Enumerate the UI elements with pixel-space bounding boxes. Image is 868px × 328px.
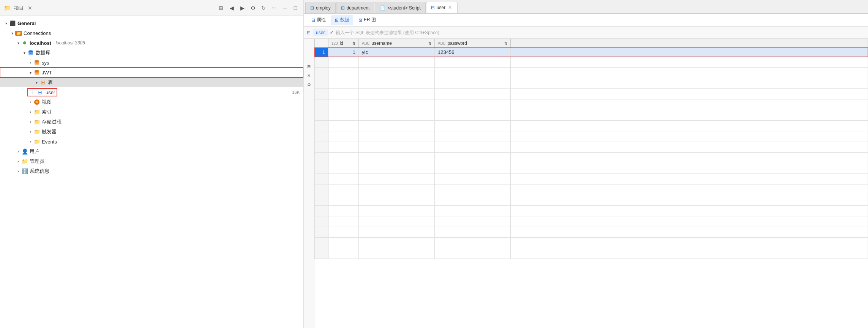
tab-user[interactable]: ⊟ user ✕ (426, 2, 458, 13)
col-type-username: ABC (362, 41, 370, 46)
col-label-id: id (340, 41, 343, 46)
tree-item-user[interactable]: › ⊟ user 16K (0, 87, 303, 97)
arrow-connections: ▾ (9, 30, 15, 36)
tree-item-triggers[interactable]: › 📁 触发器 (0, 127, 303, 137)
close-panel-button[interactable]: ✕ (27, 5, 33, 11)
sub-tab-er[interactable]: ⊠ ER 图 (355, 15, 380, 25)
refresh-icon[interactable]: ↻ (259, 4, 268, 12)
tree-item-general[interactable]: ▾ ⬛ General (0, 18, 303, 28)
tree-item-tables[interactable]: ▾ ⊞ 表 (0, 77, 303, 87)
table-row-empty-14 (315, 184, 868, 195)
forward-icon[interactable]: ▶ (238, 4, 246, 12)
col-header-rownum (315, 39, 328, 48)
sub-tab-er-icon: ⊠ (358, 17, 362, 23)
tree-item-db[interactable]: ▾ 数据库 (0, 48, 303, 58)
filter-input[interactable] (336, 30, 865, 35)
user-table-icon: ⊟ (36, 89, 43, 96)
back-icon[interactable]: ◀ (227, 4, 236, 12)
tab-user-close[interactable]: ✕ (447, 5, 453, 10)
tree-label-triggers: 触发器 (42, 128, 57, 135)
table-row-empty-7 (315, 110, 868, 121)
cell-extra-empty-2 (511, 57, 868, 68)
server-icon (21, 39, 28, 46)
tree-item-indexes[interactable]: › 📁 索引 (0, 107, 303, 117)
cell-id-1[interactable]: 1 (328, 48, 359, 57)
arrow-db: ▾ (21, 50, 27, 56)
arrow-triggers: › (27, 129, 33, 135)
minimize-icon[interactable]: ─ (281, 4, 289, 12)
db-jwt-icon (33, 69, 40, 76)
col-label-password: password (448, 41, 467, 46)
filter-expand-icon[interactable]: ⤢ (330, 30, 333, 35)
toolbar: ⊞ ◀ ▶ ⚙ ↻ ⋯ ─ □ (217, 4, 300, 12)
table-row-empty-3 (315, 68, 868, 78)
tree-item-events[interactable]: › 📁 Events (0, 137, 303, 147)
tree-label-sysinfo: 系统信息 (30, 168, 49, 175)
tree-item-localhost[interactable]: ▾ localhost - localhost:3306 (0, 38, 303, 48)
settings-icon[interactable]: ⚙ (249, 4, 257, 12)
arrow-users: › (15, 148, 21, 155)
table-row-empty-10 (315, 142, 868, 153)
project-icon: 📁 (4, 5, 11, 11)
sub-tab-data-label: 数据 (340, 17, 349, 23)
new-icon[interactable]: ⊞ (217, 4, 225, 12)
tree-label-indexes: 索引 (42, 109, 52, 115)
user-badge: 16K (292, 90, 300, 95)
arrow-general: ▾ (3, 20, 9, 26)
table-row-empty-16 (315, 206, 868, 216)
col-filter-id-icon[interactable]: ⇅ (352, 41, 355, 46)
data-grid: ⊟ ✕ ⚙ 123 id ⇅ (304, 39, 868, 328)
sub-tab-properties[interactable]: ⊟ 属性 (308, 15, 330, 25)
tab-employ[interactable]: ⊟ employ (305, 2, 336, 13)
tree-item-connections[interactable]: ▾ 📁 Connections (0, 28, 303, 38)
folder-orange-icon: 📁 (15, 30, 22, 36)
arrow-events: › (27, 139, 33, 145)
arrow-sys: › (27, 60, 33, 66)
cell-password-empty-2 (435, 57, 511, 68)
tree-item-views[interactable]: › 👁 视图 (0, 97, 303, 107)
table-row-empty-20 (315, 248, 868, 259)
col-label-username: username (372, 41, 392, 46)
tab-department-icon: ⊟ (341, 5, 345, 11)
col-filter-password-icon[interactable]: ⇅ (504, 41, 507, 46)
tab-employ-icon: ⊟ (310, 5, 314, 11)
data-table-wrapper: 123 id ⇅ ABC username ⇅ ABC (314, 39, 868, 328)
more-icon[interactable]: ⋯ (270, 4, 278, 12)
trigger-icon: 📁 (33, 128, 40, 135)
tree-label-localhost-sub: - localhost:3306 (53, 40, 85, 46)
tree-label-procedures: 存储过程 (42, 118, 62, 125)
filter-rows-icon[interactable]: ⊟ (305, 62, 313, 71)
tab-department[interactable]: ⊟ department (336, 2, 375, 13)
tree-item-users[interactable]: › 👤 用户 (0, 147, 303, 156)
tree-item-admin[interactable]: › 📁 管理员 (0, 156, 303, 166)
col-filter-username-icon[interactable]: ⇅ (428, 41, 431, 46)
left-panel-header: 📁 项目 ✕ ⊞ ◀ ▶ ⚙ ↻ ⋯ ─ □ (0, 0, 303, 16)
events-icon: 📁 (33, 138, 40, 145)
tree-label-views: 视图 (42, 99, 52, 106)
table-row-empty-9 (315, 131, 868, 142)
view-icon: 👁 (33, 99, 40, 106)
tree-label-db: 数据库 (36, 49, 51, 56)
filter-cols-icon[interactable]: ✕ (305, 71, 313, 80)
cell-password-1[interactable]: 123456 (435, 48, 511, 57)
col-header-id: 123 id ⇅ (328, 39, 359, 48)
col-header-empty (511, 39, 868, 48)
tree-item-jwt[interactable]: ▾ JWT (0, 68, 303, 77)
tree-item-procedures[interactable]: › 📁 存储过程 (0, 117, 303, 127)
tree-item-sys[interactable]: › sys (0, 58, 303, 68)
settings-data-icon[interactable]: ⚙ (305, 80, 313, 89)
table-row-empty-4 (315, 78, 868, 89)
tab-employ-label: employ (316, 5, 331, 11)
arrow-user: › (30, 89, 36, 95)
cell-username-1[interactable]: ylc (359, 48, 435, 57)
tree-item-sysinfo[interactable]: › ℹ️ 系统信息 (0, 166, 303, 176)
restore-icon[interactable]: □ (291, 4, 300, 12)
tree-label-users: 用户 (30, 148, 39, 155)
sub-tab-data[interactable]: ⊞ 数据 (331, 15, 353, 25)
sub-tab-er-label: ER 图 (364, 17, 376, 23)
table-row-1[interactable]: 1 1 ylc 123456 (315, 48, 868, 57)
tab-student[interactable]: 📄 <student> Script (375, 2, 425, 13)
tree-label-admin: 管理员 (30, 158, 44, 165)
arrow-localhost: ▾ (15, 40, 21, 46)
db-sys-icon (33, 59, 40, 66)
